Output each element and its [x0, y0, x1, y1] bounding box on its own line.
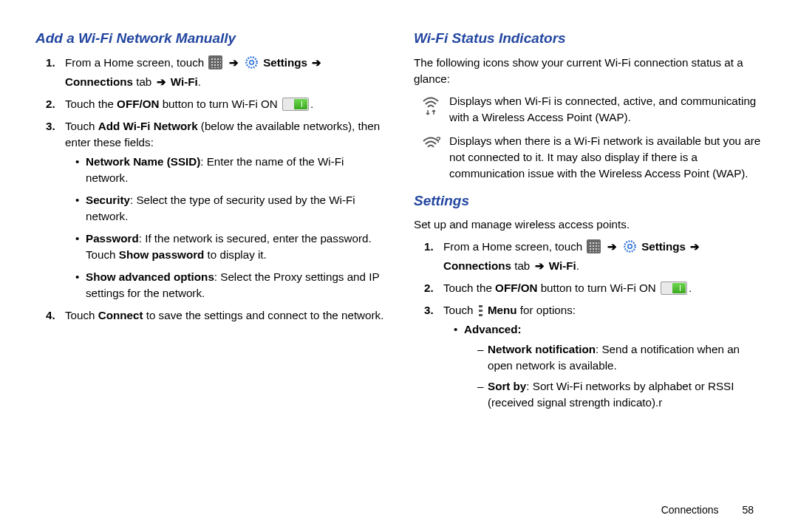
right-column: Wi-Fi Status Indicators The following ic… — [414, 28, 763, 417]
wifi-label: Wi-Fi — [168, 75, 198, 88]
heading-status: Wi-Fi Status Indicators — [414, 28, 763, 49]
toggle-on-icon — [282, 98, 309, 111]
tab-text: tab — [133, 75, 155, 88]
settings-label: Settings — [638, 240, 686, 253]
svg-text:?: ? — [436, 135, 440, 144]
connections-label: Connections — [443, 259, 511, 272]
offon-label: OFF/ON — [495, 282, 537, 294]
step1-text: From a Home screen, touch — [65, 56, 207, 69]
step4-text2: to save the settings and connect to the … — [143, 309, 384, 321]
wifi-question-icon: ? — [421, 133, 442, 182]
gear-icon — [623, 239, 637, 258]
connect-label: Connect — [98, 309, 143, 321]
wifi-label: Wi-Fi — [546, 259, 576, 272]
settings-label: Settings — [260, 56, 307, 69]
sstep1-text: From a Home screen, touch — [443, 240, 585, 253]
offon-label: OFF/ON — [117, 98, 159, 110]
left-column: Add a Wi-Fi Network Manually 1. From a H… — [35, 28, 384, 417]
period: . — [198, 75, 201, 88]
apps-icon — [208, 55, 222, 69]
wifi-active-icon — [421, 93, 442, 126]
apps-icon — [587, 239, 601, 253]
status-intro: The following icons show your current Wi… — [414, 55, 763, 87]
footer-page: 58 — [742, 504, 754, 516]
addwifi-label: Add Wi-Fi Network — [98, 120, 198, 132]
showpw-label: Show password — [119, 248, 205, 261]
footer-section: Connections — [661, 504, 719, 516]
fields-list: Network Name (SSID): Enter the name of t… — [65, 154, 384, 301]
options-list: Advanced: Network notification: Send a n… — [443, 321, 763, 410]
advopt-label: Show advanced options — [86, 270, 214, 283]
period: . — [310, 98, 313, 110]
gear-icon — [245, 55, 259, 74]
indicator-connected: Displays when Wi-Fi is connected, active… — [421, 93, 763, 126]
sortby-label: Sort by — [488, 380, 526, 392]
svg-point-3 — [624, 242, 635, 252]
advanced-label: Advanced: — [464, 323, 522, 335]
settings-intro: Set up and manage wireless access points… — [414, 216, 763, 233]
arrow-icon: ➔ — [535, 259, 545, 272]
step4-text: Touch — [65, 309, 98, 321]
arrow-icon: ➔ — [229, 56, 239, 69]
toggle-on-icon — [661, 282, 687, 295]
sstep3-text: Touch — [443, 304, 477, 316]
arrow-icon: ➔ — [312, 56, 321, 69]
heading-settings: Settings — [414, 191, 763, 211]
steps-add-wifi: 1. From a Home screen, touch ➔ Settings … — [35, 55, 384, 324]
svg-point-4 — [628, 245, 632, 249]
period: . — [689, 282, 692, 294]
indicator-available-text: Displays when there is a Wi-Fi network i… — [449, 133, 763, 182]
password-desc2: to display it. — [204, 248, 266, 261]
step2-text2: button to turn Wi-Fi ON — [159, 98, 281, 110]
step3-text: Touch — [65, 120, 98, 132]
connections-label: Connections — [65, 75, 133, 88]
period: . — [576, 259, 579, 272]
arrow-icon: ➔ — [607, 240, 617, 253]
security-label: Security — [86, 194, 130, 206]
arrow-icon: ➔ — [690, 240, 700, 253]
indicator-connected-text: Displays when Wi-Fi is connected, active… — [449, 93, 763, 126]
page-footer: Connections 58 — [661, 502, 754, 517]
sstep3-text2: for options: — [517, 304, 576, 316]
sstep2-text2: button to turn Wi-Fi ON — [537, 282, 659, 294]
netnotif-label: Network notification — [488, 343, 596, 355]
menu-icon — [479, 305, 482, 316]
heading-add-wifi: Add a Wi-Fi Network Manually — [35, 28, 384, 49]
sstep2-text: Touch the — [443, 282, 495, 294]
ssid-label: Network Name (SSID) — [86, 155, 200, 168]
menu-label: Menu — [485, 304, 517, 316]
indicator-available: ? Displays when there is a Wi-Fi network… — [421, 133, 763, 182]
step2-text: Touch the — [65, 98, 117, 110]
tab-text: tab — [511, 259, 533, 272]
svg-point-1 — [250, 60, 254, 64]
advanced-sublist: Network notification: Send a notificatio… — [464, 341, 763, 411]
steps-settings: 1. From a Home screen, touch ➔ Settings … — [414, 239, 763, 410]
arrow-icon: ➔ — [157, 75, 166, 88]
svg-point-0 — [246, 57, 256, 67]
password-label: Password — [86, 232, 139, 245]
